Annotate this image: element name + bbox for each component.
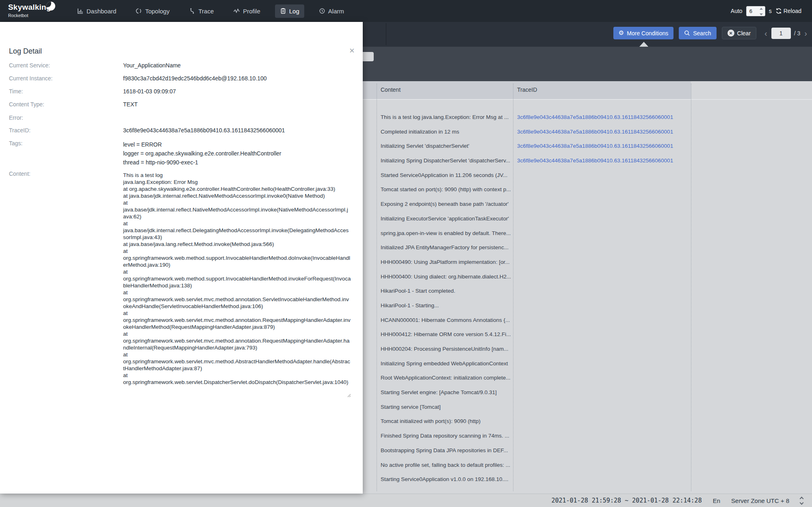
clear-label: Clear bbox=[737, 30, 751, 37]
pagination: ‹ / 3 › bbox=[764, 28, 808, 39]
log-content-cell[interactable]: Finished Spring Data repository scanning… bbox=[381, 433, 511, 439]
log-content-cell[interactable]: HHH000412: Hibernate ORM core version 5.… bbox=[381, 331, 511, 337]
zone-down-icon[interactable] bbox=[800, 501, 804, 505]
log-content-cell[interactable]: Started Service0Application in 11.206 se… bbox=[381, 172, 511, 178]
clear-button[interactable]: × Clear bbox=[722, 27, 756, 39]
reload-button[interactable]: Reload bbox=[775, 8, 801, 14]
gear-icon: ⚙ bbox=[619, 30, 624, 36]
log-content-cell[interactable]: Completed initialization in 12 ms bbox=[381, 129, 511, 135]
nav-item-profile[interactable]: Profile bbox=[228, 4, 265, 18]
field-label-tags: Tags: bbox=[9, 140, 119, 147]
next-page-icon[interactable]: › bbox=[803, 29, 808, 37]
nav-item-log[interactable]: Log bbox=[275, 4, 304, 18]
field-label-current-instance: Current Instance: bbox=[9, 75, 119, 82]
language-toggle[interactable]: En bbox=[713, 497, 720, 504]
close-icon[interactable]: × bbox=[349, 46, 355, 55]
log-content-cell[interactable]: Tomcat initialized with port(s): 9090 (h… bbox=[381, 418, 511, 424]
popup-arrow bbox=[639, 42, 648, 47]
column-header-content: Content bbox=[381, 86, 401, 93]
nav-item-trace[interactable]: Trace bbox=[184, 4, 219, 18]
log-content-cell[interactable]: HCANN000001: Hibernate Commons Annotatio… bbox=[381, 317, 511, 323]
log-content-cell[interactable]: Starting Servlet engine: [Apache Tomcat/… bbox=[381, 389, 511, 395]
log-content-cell[interactable]: Root WebApplicationContext: initializati… bbox=[381, 375, 511, 381]
auto-interval-input[interactable] bbox=[747, 6, 759, 16]
auto-interval-stepper[interactable] bbox=[746, 6, 765, 16]
log-content-cell[interactable]: HikariPool-1 - Start completed. bbox=[381, 288, 511, 294]
step-up-icon[interactable] bbox=[760, 8, 763, 10]
tag-thread: thread = http-nio-9090-exec-1 bbox=[123, 158, 357, 167]
trace-id-link[interactable]: 3c6f8e9e043c44638a7e5a1886b09410.63.1611… bbox=[517, 114, 688, 120]
nav-item-label: Topology bbox=[145, 8, 169, 15]
log-content-cell[interactable]: Initializing Servlet 'dispatcherServlet' bbox=[381, 143, 511, 149]
reload-label: Reload bbox=[784, 8, 801, 14]
activity-icon bbox=[233, 8, 240, 14]
topology-icon bbox=[136, 8, 142, 14]
zone-up-icon[interactable] bbox=[800, 496, 804, 501]
field-value-time: 1618-01-03 09:09:07 bbox=[123, 88, 357, 95]
navbar-right-controls: Auto s Reload bbox=[731, 6, 801, 16]
log-content-cell[interactable]: Initializing Spring DispatcherServlet 'd… bbox=[381, 157, 511, 164]
log-content-cell[interactable]: Initialized JPA EntityManagerFactory for… bbox=[381, 244, 511, 250]
log-content-cell[interactable]: Starting Service0Application v1.0.0 on 1… bbox=[381, 476, 511, 482]
toolbar-divider bbox=[386, 23, 386, 45]
log-content-cell[interactable]: This is a test log java.lang.Exception: … bbox=[381, 114, 511, 120]
page-total-label: / 3 bbox=[794, 30, 801, 37]
log-content-cell[interactable]: Tomcat started on port(s): 9090 (http) w… bbox=[381, 186, 511, 192]
table-header-spacer bbox=[691, 81, 812, 100]
main-nav: Dashboard Topology Trace Profile Log Ala… bbox=[72, 4, 359, 18]
log-content-cell[interactable]: HHH000400: Using dialect: org.hibernate.… bbox=[381, 274, 511, 280]
field-label-time: Time: bbox=[9, 88, 119, 95]
log-content-cell[interactable]: Exposing 2 endpoint(s) beneath base path… bbox=[381, 201, 511, 207]
footer-bar: 2021-01-28 21:59:28 ~ 2021-01-28 22:14:2… bbox=[0, 494, 812, 507]
search-label: Search bbox=[693, 30, 711, 37]
log-content-cell[interactable]: Starting service [Tomcat] bbox=[381, 404, 511, 410]
tag-logger: logger = org.apache.skywalking.e2e.contr… bbox=[123, 149, 357, 158]
stepper-arrows[interactable] bbox=[760, 8, 764, 15]
clipboard-icon bbox=[280, 8, 286, 14]
log-content-cell[interactable]: HHH000490: Using JtaPlatform implementat… bbox=[381, 259, 511, 265]
nav-item-dashboard[interactable]: Dashboard bbox=[72, 4, 121, 18]
trace-id-link[interactable]: 3c6f8e9e043c44638a7e5a1886b09410.63.1611… bbox=[517, 143, 688, 149]
log-content-cell[interactable]: HikariPool-1 - Starting... bbox=[381, 302, 511, 309]
brand-logo[interactable]: Skywalking Rocketbot bbox=[6, 0, 67, 22]
reload-icon bbox=[775, 8, 782, 14]
log-content-cell[interactable]: No active profile set, falling back to d… bbox=[381, 462, 511, 468]
log-content-cell[interactable]: Bootstrapping Spring Data JPA repositori… bbox=[381, 447, 511, 453]
log-content-textarea[interactable]: This is a test log java.lang.Exception: … bbox=[123, 172, 351, 397]
trace-id-link[interactable]: 3c6f8e9e043c44638a7e5a1886b09410.63.1611… bbox=[517, 157, 688, 164]
server-zone-label: Server Zone UTC + 8 bbox=[731, 497, 789, 504]
step-down-icon[interactable] bbox=[760, 13, 763, 15]
nav-item-topology[interactable]: Topology bbox=[131, 4, 174, 18]
trace-id-link[interactable]: 3c6f8e9e043c44638a7e5a1886b09410.63.1611… bbox=[517, 129, 688, 135]
field-value-current-instance: f9830c3a7cbd42d19edc2546bdd6c4eb@192.168… bbox=[123, 75, 357, 82]
log-content-cell[interactable]: Initializing ExecutorService 'applicatio… bbox=[381, 216, 511, 222]
log-content-cell[interactable]: HHH000204: Processing PersistenceUnitInf… bbox=[381, 346, 511, 352]
modal-title: Log Detail bbox=[9, 47, 42, 56]
nav-item-label: Alarm bbox=[328, 8, 344, 15]
nav-item-alarm[interactable]: Alarm bbox=[314, 4, 349, 18]
page-number-input[interactable] bbox=[771, 28, 791, 39]
clock-icon bbox=[319, 8, 325, 14]
toolbar-buttons: ⚙ More Conditions Search × Clear ‹ / 3 › bbox=[613, 27, 808, 39]
log-detail-modal: Log Detail × Current Service: Your_Appli… bbox=[0, 22, 363, 494]
search-button[interactable]: Search bbox=[679, 27, 716, 39]
time-range-picker[interactable]: 2021-01-28 21:59:28 ~ 2021-01-28 22:14:2… bbox=[551, 497, 702, 504]
tags-list: level = ERROR logger = org.apache.skywal… bbox=[123, 140, 357, 167]
prev-page-icon[interactable]: ‹ bbox=[764, 29, 768, 37]
zone-stepper[interactable] bbox=[800, 497, 803, 504]
log-content-cell[interactable]: Initializing Spring embedded WebApplicat… bbox=[381, 360, 511, 367]
field-value-content-type: TEXT bbox=[123, 101, 357, 108]
tag-level: level = ERROR bbox=[123, 140, 357, 149]
more-conditions-button[interactable]: ⚙ More Conditions bbox=[613, 27, 673, 39]
log-content-cell[interactable]: spring.jpa.open-in-view is enabled by de… bbox=[381, 230, 511, 236]
nav-item-label: Log bbox=[289, 8, 299, 15]
field-label-traceid: TraceID: bbox=[9, 127, 119, 134]
nav-item-label: Dashboard bbox=[87, 8, 116, 15]
skywalking-moon-icon bbox=[46, 2, 55, 11]
field-label-error: Error: bbox=[9, 114, 119, 121]
fork-icon bbox=[189, 8, 195, 14]
nav-item-label: Profile bbox=[243, 8, 260, 15]
top-navbar: Skywalking Rocketbot Dashboard Topology … bbox=[0, 0, 812, 22]
clear-circle-x-icon: × bbox=[728, 30, 734, 37]
field-value-current-service: Your_ApplicationName bbox=[123, 62, 357, 69]
